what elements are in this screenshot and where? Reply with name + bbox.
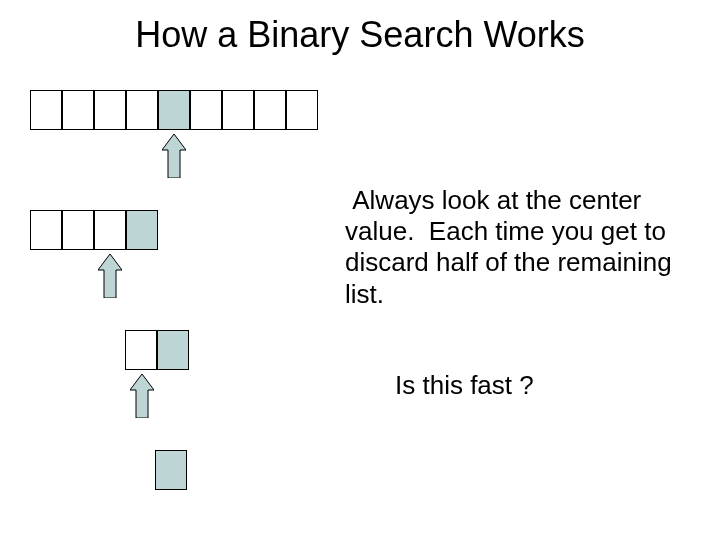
array-row-1 bbox=[30, 90, 318, 130]
page-title: How a Binary Search Works bbox=[0, 14, 720, 56]
array-cell-highlight bbox=[158, 90, 190, 130]
svg-marker-1 bbox=[98, 254, 122, 298]
up-arrow-icon bbox=[162, 134, 186, 178]
array-cell bbox=[30, 90, 62, 130]
array-cell-highlight bbox=[155, 450, 187, 490]
array-cell bbox=[125, 330, 157, 370]
up-arrow-icon bbox=[98, 254, 122, 298]
svg-marker-2 bbox=[130, 374, 154, 418]
array-row-4 bbox=[155, 450, 187, 490]
array-cell bbox=[190, 90, 222, 130]
array-cell bbox=[254, 90, 286, 130]
up-arrow-icon bbox=[130, 374, 154, 418]
array-cell bbox=[30, 210, 62, 250]
array-cell bbox=[62, 210, 94, 250]
svg-marker-0 bbox=[162, 134, 186, 178]
question-text: Is this fast ? bbox=[395, 370, 534, 401]
array-cell bbox=[94, 90, 126, 130]
array-cell bbox=[94, 210, 126, 250]
array-cell bbox=[286, 90, 318, 130]
explanation-text: Always look at the center value. Each ti… bbox=[345, 185, 675, 310]
array-cell-highlight bbox=[157, 330, 189, 370]
array-row-2 bbox=[30, 210, 158, 250]
array-cell bbox=[222, 90, 254, 130]
array-cell bbox=[126, 90, 158, 130]
array-cell bbox=[62, 90, 94, 130]
array-cell-highlight bbox=[126, 210, 158, 250]
array-row-3 bbox=[125, 330, 189, 370]
